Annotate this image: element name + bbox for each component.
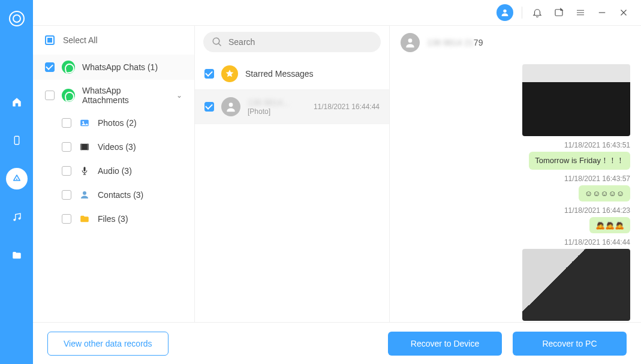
svg-point-4 (503, 10, 506, 13)
message-timestamp: 11/18/2021 16:44:23 (564, 206, 630, 215)
tree-checkbox[interactable] (62, 214, 71, 224)
svg-point-14 (408, 38, 413, 43)
star-icon (221, 65, 238, 82)
select-all-checkbox[interactable] (45, 35, 55, 45)
category-tree: Select All WhatsApp Chats (1)WhatsApp At… (33, 26, 195, 322)
tree-item[interactable]: WhatsApp Chats (1) (33, 55, 194, 80)
contact-icon (79, 189, 91, 201)
chat-view: 138 8814 2179 11/18/2021 16:43:51Tomorro… (390, 26, 641, 322)
nav-music[interactable] (6, 206, 28, 228)
svg-rect-11 (84, 167, 86, 172)
whatsapp-icon (62, 61, 75, 74)
conversation-list: Starred Messages 138 8814... [Photo] 11/… (195, 26, 390, 322)
message-image[interactable] (522, 64, 630, 136)
nav-cloud[interactable] (6, 168, 28, 189)
starred-label: Starred Messages (245, 69, 380, 79)
nav-home[interactable] (6, 91, 28, 113)
tree-item-label: Files (3) (98, 214, 128, 224)
app-logo-icon (9, 11, 25, 26)
svg-rect-9 (80, 144, 82, 151)
footer-bar: View other data records Recover to Devic… (33, 322, 641, 364)
account-icon[interactable] (496, 4, 513, 21)
svg-point-7 (82, 121, 84, 123)
tree-item-label: WhatsApp Attachments (82, 86, 169, 105)
svg-point-1 (16, 179, 17, 180)
tree-checkbox[interactable] (62, 142, 71, 152)
title-bar (33, 0, 641, 25)
file-icon (79, 213, 91, 225)
tree-item[interactable]: Files (3) (33, 207, 194, 231)
svg-point-3 (18, 217, 20, 219)
search-input[interactable] (228, 37, 372, 47)
nav-device[interactable] (6, 130, 28, 151)
chat-header: 138 8814 2179 (390, 26, 641, 59)
svg-rect-0 (14, 136, 19, 145)
tree-checkbox[interactable] (62, 166, 71, 176)
avatar-icon (221, 97, 240, 116)
message-bubble[interactable]: Tomorrow is Friday！！！ (529, 152, 630, 170)
tree-item[interactable]: WhatsApp Attachments⌄ (33, 80, 194, 111)
search-icon (212, 37, 222, 47)
svg-point-12 (83, 191, 86, 195)
tree-item-label: WhatsApp Chats (1) (82, 62, 158, 72)
tree-item-label: Audio (3) (98, 166, 132, 176)
chat-contact-suffix: 79 (474, 38, 483, 47)
select-all-label: Select All (63, 35, 98, 45)
nav-folder[interactable] (6, 245, 28, 266)
tree-item[interactable]: Photos (2) (33, 111, 194, 135)
photo-icon (79, 117, 91, 129)
tree-item-label: Photos (2) (98, 118, 137, 128)
tree-item-label: Contacts (3) (98, 190, 143, 200)
message-timestamp: 11/18/2021 16:43:57 (564, 175, 630, 183)
tree-checkbox[interactable] (45, 91, 55, 100)
video-icon (79, 141, 91, 153)
tree-item[interactable]: Videos (3) (33, 135, 194, 159)
tree-item-label: Videos (3) (98, 142, 136, 152)
svg-point-13 (229, 103, 233, 107)
search-box[interactable] (203, 32, 381, 52)
message-image[interactable] (522, 249, 630, 321)
message-bubble[interactable]: 🙇🙇🙇 (589, 217, 630, 233)
feedback-icon[interactable] (552, 6, 565, 19)
nav-rail (0, 0, 33, 364)
chat-message (401, 64, 630, 136)
conversation-name: 138 8814... (248, 98, 306, 107)
recover-to-device-button[interactable]: Recover to Device (388, 332, 502, 356)
conversation-preview: [Photo] (248, 107, 306, 116)
audio-icon (79, 165, 91, 177)
starred-messages-row[interactable]: Starred Messages (195, 58, 389, 90)
chat-message: 11/18/2021 16:44:23🙇🙇🙇 (401, 206, 630, 233)
tree-item[interactable]: Contacts (3) (33, 183, 194, 207)
message-bubble[interactable]: ☺☺☺☺☺ (579, 185, 630, 201)
message-timestamp: 11/18/2021 16:43:51 (564, 141, 630, 149)
starred-checkbox[interactable] (204, 69, 214, 79)
chat-message: 11/18/2021 16:44:44 (401, 238, 630, 321)
conversation-checkbox[interactable] (204, 102, 214, 112)
minimize-icon[interactable] (595, 6, 609, 19)
tree-item[interactable]: Audio (3) (33, 159, 194, 183)
view-other-records-button[interactable]: View other data records (47, 332, 168, 356)
chevron-down-icon[interactable]: ⌄ (176, 91, 182, 100)
close-icon[interactable] (617, 6, 630, 19)
svg-rect-10 (88, 144, 89, 151)
chat-avatar-icon (401, 33, 420, 52)
menu-icon[interactable] (574, 6, 587, 19)
whatsapp-icon (62, 89, 75, 102)
conversation-row[interactable]: 138 8814... [Photo] 11/18/2021 16:44:44 (195, 90, 389, 124)
recover-to-pc-button[interactable]: Recover to PC (513, 332, 627, 356)
conversation-time: 11/18/2021 16:44:44 (314, 103, 380, 111)
message-timestamp: 11/18/2021 16:44:44 (564, 238, 630, 246)
chat-message: 11/18/2021 16:43:57☺☺☺☺☺ (401, 175, 630, 201)
chat-message: 11/18/2021 16:43:51Tomorrow is Friday！！！ (401, 141, 630, 170)
tree-checkbox[interactable] (62, 118, 71, 128)
bell-icon[interactable] (531, 6, 544, 19)
tree-checkbox[interactable] (45, 62, 55, 72)
svg-point-2 (13, 219, 16, 221)
select-all-row[interactable]: Select All (33, 26, 194, 55)
tree-checkbox[interactable] (62, 190, 71, 200)
